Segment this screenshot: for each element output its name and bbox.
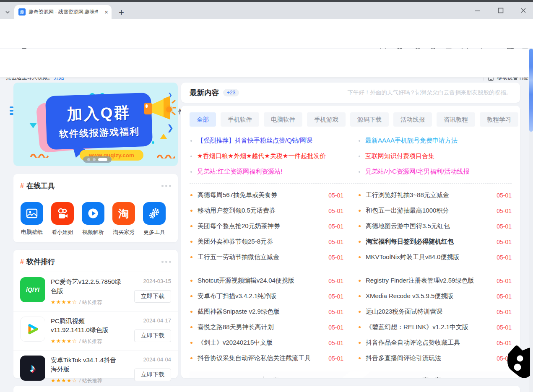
app-rating: ★★★★☆ / 站长推荐 xyxy=(51,338,121,345)
prev-page-button[interactable]: 上一页 xyxy=(190,371,350,378)
download-now-button[interactable]: 立即下载 xyxy=(134,290,171,303)
browser-tab[interactable]: 趣 趣奇资源网 - 残雪资源网,趣味奇 × xyxy=(14,5,112,19)
tab-7[interactable]: 咨讯教程 xyxy=(437,112,475,127)
maximize-button[interactable] xyxy=(497,6,505,15)
article-title: 美团外卖神券节领25-8元券 xyxy=(198,238,322,246)
article-row[interactable]: 高德每周567抽免单或美食券05-01 xyxy=(190,187,343,203)
featured-link-text: ★香烟口粮★外烟★越代★关税★一件起批发价 xyxy=(197,152,326,160)
tool-1[interactable]: 电脑壁纸 xyxy=(20,202,44,236)
tool-4[interactable]: 淘淘买家秀 xyxy=(112,202,135,236)
article-row[interactable]: 淘宝福利每日签到必得随机红包05-01 xyxy=(358,234,512,249)
ranking-row[interactable]: ♪安卓TikTok v34.1.4抖音海外版★★★★☆ / 站长推荐2024-0… xyxy=(13,350,178,389)
article-row[interactable]: XMedia Recode v3.5.9.5便携版05-01 xyxy=(358,288,512,304)
tool-3[interactable]: 视频解析 xyxy=(81,202,105,236)
featured-link-5[interactable]: 兄弟站:红尘资源网福利资源站! xyxy=(190,164,343,179)
new-tab-button[interactable]: + xyxy=(119,7,124,18)
tab-6[interactable]: 活动线报 xyxy=(393,112,432,127)
bullet-dot xyxy=(359,210,361,212)
download-now-button[interactable]: 立即下载 xyxy=(134,369,171,381)
article-row[interactable]: 和包五一出游抽最高1000积分05-01 xyxy=(358,203,512,218)
article-date: 05-01 xyxy=(497,239,512,245)
carousel-next-arrow[interactable]: ❯ xyxy=(167,123,174,132)
featured-link-text: 兄弟站:红尘资源网福利资源站! xyxy=(197,168,282,176)
article-row[interactable]: 高德地图云游中国得3.5元红包05-01 xyxy=(358,218,512,234)
article-title: 《剑士》v20240215中文版 xyxy=(198,339,322,347)
tab-search-chevron-icon[interactable] xyxy=(3,8,12,16)
tab-2[interactable]: 手机软件 xyxy=(221,112,259,127)
tab-5[interactable]: 源码下载 xyxy=(350,112,389,127)
article-title: 安卓布丁扫描v3.4.2.1纯净版 xyxy=(198,292,322,300)
carousel-dots[interactable] xyxy=(83,156,112,163)
featured-link-4[interactable]: 互联网知识付费项目合集 xyxy=(358,148,512,164)
article-row[interactable]: 抖音协议采集自动评论私信关注截流工具05-01 xyxy=(190,350,343,366)
article-row[interactable]: Registry Finder注册表管理v2.59绿色版05-01 xyxy=(358,273,512,288)
bullet-dot xyxy=(359,256,361,258)
featured-link-2[interactable]: 最新AAAA手机靓号免费申请方法 xyxy=(358,133,512,148)
featured-link-3[interactable]: ★香烟口粮★外烟★越代★关税★一件起批发价 xyxy=(190,148,343,164)
tab-3[interactable]: 电脑软件 xyxy=(264,112,302,127)
article-row[interactable]: 工行五一劳动节抽微信立减金05-01 xyxy=(190,249,343,265)
tencent-app-icon xyxy=(20,317,45,342)
article-date: 05-01 xyxy=(497,324,512,331)
article-date: 05-01 xyxy=(497,293,512,300)
article-row[interactable]: 美团外卖神券节领25-8元券05-01 xyxy=(190,234,343,249)
article-row[interactable]: 抖音多直播间评论引流玩法05-01 xyxy=(358,350,512,366)
iqiyi-app-icon: iQIYI xyxy=(20,277,45,302)
wallpaper-icon xyxy=(21,202,43,225)
tool-5[interactable]: 更多工具 xyxy=(143,202,166,236)
article-row[interactable]: 喜悦之路88天男神长高计划05-01 xyxy=(190,319,343,335)
bullet-dot xyxy=(190,241,192,243)
video-play-icon xyxy=(82,202,104,225)
article-title: 抖音作品全自动评论点赞收藏工具 xyxy=(366,339,491,347)
promo-banner-carousel[interactable]: ❯ ❯ 加入Q群 软件线报游戏福利 www.quqizy.com ❯ xyxy=(13,83,178,166)
ranking-row[interactable]: iQIYIPC爱奇艺v12.2.5.7850绿色版★★★★☆ / 站长推荐202… xyxy=(13,272,178,312)
tool-label: 看小姐姐 xyxy=(52,228,73,236)
article-row[interactable]: Shotcut开源视频编辑v24.04便携版05-01 xyxy=(190,273,343,288)
ranking-row[interactable]: PC腾讯视频v11.92.1411.0绿色版★★★★☆ / 站长推荐2024-0… xyxy=(13,312,178,351)
article-row[interactable]: 安卓布丁扫描v3.4.2.1纯净版05-01 xyxy=(190,288,343,304)
article-date: 05-01 xyxy=(497,278,512,284)
article-title: 高德每周567抽免单或美食券 xyxy=(198,191,322,199)
tool-2[interactable]: 看小姐姐 xyxy=(51,202,74,236)
tab-4[interactable]: 手机游戏 xyxy=(307,112,346,127)
article-row[interactable]: 《剑士》v20240215中文版05-01 xyxy=(190,335,343,350)
article-row[interactable]: 工行浏览好礼抽3~88元立减金05-01 xyxy=(358,187,512,203)
article-date: 05-01 xyxy=(328,324,343,331)
article-row[interactable]: 截图神器Snipaste v2.9绿色版05-01 xyxy=(190,304,343,319)
more-dots-icon[interactable] xyxy=(161,185,171,187)
article-date: 05-01 xyxy=(328,309,343,315)
bullet-dot xyxy=(359,342,361,344)
close-button[interactable] xyxy=(519,6,528,15)
article-date: 05-01 xyxy=(497,309,512,315)
article-row[interactable]: 美团每个整点抢20元奶茶神券05-01 xyxy=(190,218,343,234)
tool-label: 淘买家秀 xyxy=(113,228,135,236)
article-row[interactable]: 《碧蓝幻想：RELINK》v1.2.1中文版05-01 xyxy=(358,319,512,335)
hash-decor: # xyxy=(20,258,24,266)
article-row[interactable]: 移动用户签到领0.5元话费券05-01 xyxy=(190,203,343,218)
latest-content-header: 最新内容 +23 下午好！外面的天气好吗？记得朵朵白云曾捎来朋友殷殷的祝福。 xyxy=(181,83,520,103)
minimize-button[interactable] xyxy=(473,6,481,15)
article-date: 05-01 xyxy=(497,192,512,199)
tool-label: 电脑壁纸 xyxy=(21,228,43,236)
bullet-dot xyxy=(359,311,361,313)
article-title: 工行浏览好礼抽3~88元立减金 xyxy=(366,191,491,199)
featured-link-1[interactable]: 【强烈推荐】抖音快手粉丝点赞/Q钻/网课 xyxy=(190,133,343,148)
more-dots-icon[interactable] xyxy=(161,261,171,263)
page-scrollbar-thumb[interactable] xyxy=(529,49,533,132)
featured-link-text: 兄弟站/小C资源网/宅男福利/活动线报 xyxy=(365,168,469,176)
bookmarks-bar: 点击这里导入收藏。 开始 移动设备书签 xyxy=(0,36,533,48)
tab-1[interactable]: 全部 xyxy=(190,112,216,127)
article-title: 工行五一劳动节抽微信立减金 xyxy=(198,253,322,261)
featured-link-6[interactable]: 兄弟站/小C资源网/宅男福利/活动线报 xyxy=(358,164,512,179)
cat-widget[interactable] xyxy=(504,340,530,381)
next-page-button[interactable]: 下一页 xyxy=(352,371,512,378)
app-date: 2024-03-15 xyxy=(143,278,172,284)
article-row[interactable]: MKVToolNix封装工具v84.0便携版05-01 xyxy=(358,249,512,265)
tab-8[interactable]: 教程学习 xyxy=(480,112,518,127)
article-date: 05-01 xyxy=(328,278,343,284)
download-now-button[interactable]: 立即下载 xyxy=(134,330,171,342)
article-row[interactable]: 抖音作品全自动评论点赞收藏工具05-01 xyxy=(358,335,512,350)
article-row[interactable]: 远山2023税务面试特训营课05-01 xyxy=(358,304,512,319)
tab-close-icon[interactable]: × xyxy=(104,9,108,15)
bullet-dot xyxy=(190,256,192,258)
